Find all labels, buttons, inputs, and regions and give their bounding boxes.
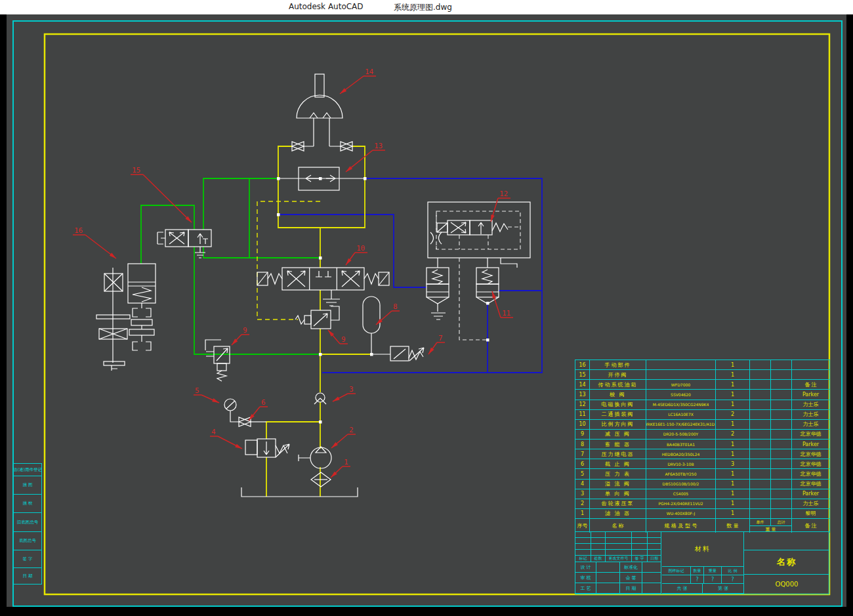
solenoid-valve-manifold-symbol[interactable] (428, 202, 530, 340)
yellow-lines[interactable] (257, 146, 371, 497)
table-row: 15开停阀1 (575, 369, 829, 379)
component-label-11: 11 (492, 291, 513, 318)
label-design: 设 计 (575, 562, 596, 573)
svg-text:14: 14 (365, 68, 374, 76)
pump-symbol[interactable] (299, 447, 331, 468)
table-row: 4溢 流 阀DBS10G10B/100/21北京华德 (575, 479, 829, 489)
svg-text:11: 11 (502, 309, 510, 318)
sheet-labels: 共 张 第 张 (662, 584, 744, 594)
label-quantity: 数量 (691, 567, 704, 575)
reducing-valve-symbol[interactable] (295, 306, 339, 329)
revision-header: 标记 处数 更改文件号 签 字 日期 (575, 556, 662, 562)
svg-text:3: 3 (349, 385, 354, 394)
table-row: 8蓄 能 器BA40B3T01A11Parker (575, 439, 829, 449)
svg-text:8: 8 (393, 302, 398, 311)
sidebar-cell: 借(通)用件登记 (13, 464, 42, 476)
svg-text:9: 9 (243, 326, 247, 335)
table-row: 11二通插装阀LC16A10E7X2力士乐 (575, 409, 829, 419)
dome-tank-symbol[interactable] (297, 74, 343, 146)
title-block-blank-cell (744, 532, 829, 550)
pressure-gauge-symbol[interactable] (224, 399, 239, 422)
pilot-dashed-line (257, 201, 320, 319)
parts-list-rows: 16手动部件115开停阀114传动系统油箱WFD70001备 注13梭 阀SSV… (575, 359, 829, 518)
oil-tank-symbol[interactable] (241, 487, 358, 497)
header-remark: 备 注 (792, 518, 830, 533)
sidebar-cell: 旧底图总号 (13, 513, 42, 532)
pressure-switch-symbol[interactable] (390, 346, 424, 361)
brake-winch-assembly-symbol[interactable] (96, 264, 156, 371)
header-qty: 数 量 (716, 518, 750, 533)
stamp-values: ? ? ? (662, 575, 744, 584)
drawing-name-cell: 名称 (744, 550, 829, 575)
parts-list-header: 序号 名 称 规 格 及 型 号 数 量 单件 总计 重 量 备 注 (575, 518, 829, 532)
accumulator-symbol[interactable] (363, 297, 390, 354)
svg-text:6: 6 (261, 398, 266, 407)
cartridge-valve-left-symbol[interactable] (427, 268, 449, 319)
sidebar-cell: 描 校 (13, 495, 42, 513)
stamp-value: ? (704, 575, 722, 584)
parts-list-table: 16手动部件115开停阀114传动系统油箱WFD70001备 注13梭 阀SSV… (575, 359, 829, 532)
material-cell: 材料 (662, 532, 744, 567)
svg-text:4: 4 (211, 428, 216, 436)
shutoff-valve-symbols[interactable] (292, 142, 352, 151)
svg-text:5: 5 (195, 386, 199, 395)
component-labels-layer: 123456789910111213141516 (73, 68, 513, 478)
component-label-16: 16 (73, 226, 116, 258)
blue-lines[interactable] (278, 178, 542, 373)
reducing-valve-2-symbol[interactable] (205, 340, 230, 381)
sidebar-cell: 描 图 (13, 476, 42, 495)
proportional-valve-symbol[interactable] (257, 268, 389, 306)
revision-grid (575, 532, 662, 556)
table-row: 16手动部件1 (575, 359, 829, 369)
table-row: 13梭 阀SSV046201Parker (575, 389, 829, 399)
component-label-12: 12 (491, 190, 510, 222)
check-valve-symbol[interactable] (314, 393, 326, 404)
label-review: 审 核 (575, 573, 596, 583)
component-label-1: 1 (331, 458, 350, 478)
component-label-10: 10 (346, 244, 367, 265)
cartridge-valve-right-symbol[interactable] (476, 268, 499, 304)
table-row: 2齿轮液压泵PGH4-2X/040RE11VU21力士乐 (575, 499, 829, 508)
gauge-shutoff-valve-symbol[interactable] (239, 417, 266, 426)
table-row: 14传动系统油箱WFD70001备 注 (575, 379, 829, 389)
svg-text:16: 16 (74, 226, 83, 235)
signature-grid: 设 计 标准化 审 核 会 签 工 艺 日 期 (575, 562, 662, 594)
svg-text:7: 7 (438, 334, 443, 342)
table-row: 3单 向 阀CS40051Parker (575, 489, 829, 499)
svg-text:15: 15 (132, 166, 140, 175)
border-sidebar: 借(通)用件登记描 图描 校旧底图总号底图总号签 字日 期 (13, 463, 42, 585)
header-weight-total: 总计 (771, 519, 791, 525)
manifold-pilot-dashed (459, 258, 488, 340)
rev-h-mark: 标记 (575, 556, 591, 562)
green-lines[interactable] (141, 178, 320, 354)
component-label-9: 9 (232, 326, 249, 345)
component-label-15: 15 (131, 166, 192, 222)
label-standardization: 标准化 (620, 562, 642, 573)
stamp-value: ? (722, 575, 744, 584)
label-drawing-mark: 图样标记 (662, 567, 691, 575)
sidebar-cell: 底图总号 (13, 532, 42, 550)
header-weight: 单件 总计 重 量 (750, 518, 792, 533)
component-label-6: 6 (249, 398, 268, 421)
filter-symbol[interactable] (311, 472, 331, 487)
table-row: 5压 力 表AF6A50TB/Y2501北京华德 (575, 468, 829, 478)
component-label-7: 7 (428, 334, 445, 354)
table-row: 1滤 油 器WU-400X80F-J1黎明 (575, 508, 829, 518)
table-row: 7压力继电器HED8OA20/350L241北京华德 (575, 449, 829, 459)
svg-text:9: 9 (341, 335, 346, 344)
label-countersign: 会 签 (620, 573, 642, 583)
table-row: 10比例方向阀4WRKE16E1-150-7X/6EG24EK31/A1D3M1… (575, 419, 829, 429)
component-label-5: 5 (194, 386, 219, 403)
svg-text:13: 13 (374, 142, 383, 150)
sidebar-cell: 签 字 (13, 550, 42, 568)
sidebar-cell: 日 期 (13, 568, 42, 585)
title-block: 标记 处数 更改文件号 签 字 日期 设 计 标准化 审 核 会 签 工 艺 日… (575, 531, 829, 594)
table-row: 12电磁换向阀M-4SED6D1X/350CG24N9K41力士乐 (575, 400, 829, 409)
svg-text:12: 12 (499, 190, 508, 198)
label-date: 日 期 (620, 583, 642, 594)
header-no: 序号 (575, 518, 590, 533)
relief-valve-symbol[interactable] (245, 439, 289, 457)
drawing-number-cell: OQ000 (744, 575, 829, 594)
label-scale: 比 例 (722, 567, 744, 575)
table-row: 6截 止 阀DRV10-3-10B3北京华德 (575, 459, 829, 468)
